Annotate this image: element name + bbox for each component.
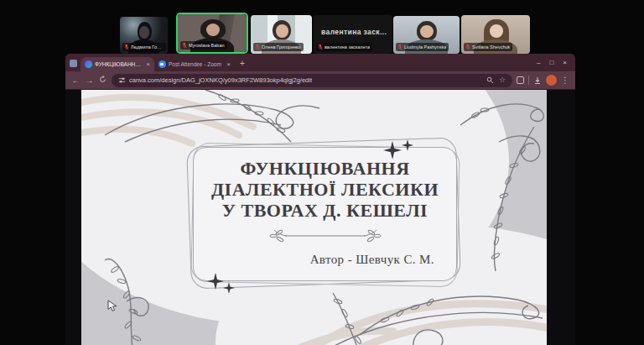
maximize-button[interactable]: □ xyxy=(549,60,553,66)
participant-name: Myroslava Baban xyxy=(189,43,225,49)
participant-name-tag: Liudmyla Pashynska xyxy=(396,43,449,51)
close-window-button[interactable]: × xyxy=(563,60,567,66)
tab-title: ФУНКЦІЮВАННЯ-ДІАЛЕКТНО xyxy=(95,61,143,67)
close-tab-icon[interactable]: × xyxy=(146,61,150,68)
muted-mic-icon xyxy=(124,44,129,50)
close-tab-icon[interactable]: × xyxy=(226,61,231,68)
slide-title-line-3: У ТВОРАХ Д. КЕШЕЛІ xyxy=(222,200,428,221)
browser-viewport: ФУНКЦІЮВАННЯ ДІАЛЕКТНОЇ ЛЕКСИКИ У ТВОРАХ… xyxy=(65,90,575,345)
search-icon[interactable] xyxy=(486,76,494,84)
slide-title-line-2: ДІАЛЕКТНОЇ ЛЕКСИКИ xyxy=(211,179,439,200)
profile-avatar[interactable] xyxy=(546,75,557,86)
tab-zoom[interactable]: Post Attendee - Zoom × xyxy=(154,57,235,71)
participant-name: Svitlana Shevchuk xyxy=(472,44,510,50)
leaf-divider-ornament xyxy=(258,229,392,243)
back-button[interactable]: ← xyxy=(71,76,80,85)
participant-tile-6[interactable]: Svitlana Shevchuk xyxy=(461,15,530,54)
forward-button[interactable]: → xyxy=(85,76,94,85)
url-text: canva.com/design/DAG_jOXNKQ/y09x3RF2W893… xyxy=(129,76,312,84)
tab-title: Post Attendee - Zoom xyxy=(169,61,224,67)
participant-tile-5[interactable]: Liudmyla Pashynska xyxy=(393,16,460,54)
participant-tile-4-camera-off[interactable]: валентина заск... валентина заскалета xyxy=(314,15,392,54)
site-settings-icon[interactable] xyxy=(118,76,126,84)
address-bar[interactable]: canva.com/design/DAG_jOXNKQ/y09x3RF2W893… xyxy=(112,74,512,87)
muted-mic-icon xyxy=(465,44,470,50)
window-icon[interactable] xyxy=(70,60,77,67)
reload-icon xyxy=(99,76,106,83)
participant-tile-3[interactable]: Олена Григоренко xyxy=(251,15,312,54)
browser-window: ФУНКЦІЮВАННЯ-ДІАЛЕКТНО × Post Attendee -… xyxy=(65,54,575,345)
participant-name-tag: Людмила Гомра xyxy=(122,43,166,51)
minimize-button[interactable]: – xyxy=(537,60,540,66)
participant-name-tag: Myroslava Baban xyxy=(180,41,227,50)
reload-button[interactable] xyxy=(98,76,107,85)
slide-author: Автор - Шевчук С. М. xyxy=(310,253,434,267)
browser-menu-icon[interactable]: ⋮ xyxy=(561,76,569,85)
mouse-cursor xyxy=(107,300,117,313)
zoom-meeting-screen: Людмила Гомра Myroslava Baban Олена Григ… xyxy=(0,0,644,345)
muted-mic-icon xyxy=(255,44,260,50)
download-icon[interactable] xyxy=(533,76,542,85)
presentation-slide: ФУНКЦІЮВАННЯ ДІАЛЕКТНОЇ ЛЕКСИКИ У ТВОРАХ… xyxy=(81,90,547,345)
participant-name-tag: валентина заскалета xyxy=(316,43,372,51)
participant-tile-1[interactable]: Людмила Гомра xyxy=(120,17,168,54)
toolbar-divider xyxy=(528,76,529,85)
diamond-ornament-bottom xyxy=(205,271,236,295)
new-tab-button[interactable]: + xyxy=(240,60,245,68)
muted-mic-icon xyxy=(318,44,323,50)
tab-canva-presentation[interactable]: ФУНКЦІЮВАННЯ-ДІАЛЕКТНО × xyxy=(80,57,154,71)
participant-display-name: валентина заск... xyxy=(321,28,387,36)
zoom-favicon xyxy=(158,60,166,68)
muted-mic-icon xyxy=(182,42,187,49)
participant-name: валентина заскалета xyxy=(325,44,370,50)
participant-name: Людмила Гомра xyxy=(131,44,164,50)
participant-name-tag: Олена Григоренко xyxy=(253,43,304,51)
title-card: ФУНКЦІЮВАННЯ ДІАЛЕКТНОЇ ЛЕКСИКИ У ТВОРАХ… xyxy=(193,147,457,281)
diamond-ornament-top xyxy=(382,139,417,161)
participant-name: Олена Григоренко xyxy=(262,44,301,50)
bookmark-star-icon[interactable]: ☆ xyxy=(499,76,506,84)
participant-name: Liudmyla Pashynska xyxy=(404,44,446,50)
tab-strip: ФУНКЦІЮВАННЯ-ДІАЛЕКТНО × Post Attendee -… xyxy=(65,54,575,71)
participant-name-tag: Svitlana Shevchuk xyxy=(464,43,512,51)
extensions-icon[interactable] xyxy=(517,76,524,84)
canva-favicon xyxy=(85,60,92,68)
muted-mic-icon xyxy=(397,44,402,50)
participant-tile-2-active-speaker[interactable]: Myroslava Baban xyxy=(176,13,248,54)
browser-toolbar: ← → canva.com/design/DAG_jOXNKQ/y09x3RF2… xyxy=(65,71,575,90)
window-controls: – □ × xyxy=(537,60,570,71)
